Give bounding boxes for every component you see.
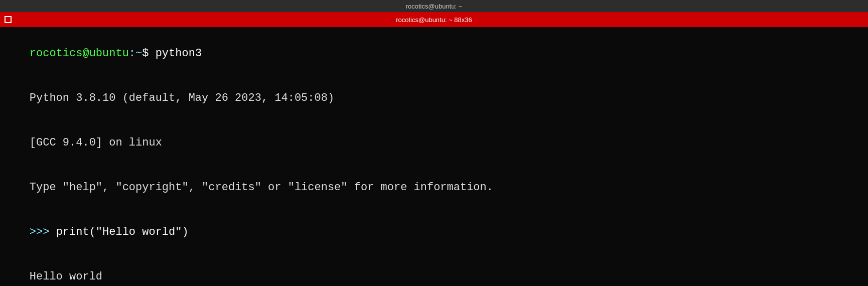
output-line-2: [GCC 9.4.0] on linux xyxy=(3,120,865,165)
output-line-1: Python 3.8.10 (default, May 26 2023, 14:… xyxy=(3,76,865,120)
prompt-user: rocotics@ubuntu xyxy=(30,47,129,60)
terminal-body[interactable]: rocotics@ubuntu:~$ python3 Python 3.8.10… xyxy=(0,27,868,286)
output-line-3: Type "help", "copyright", "credits" or "… xyxy=(3,165,865,210)
window-icon-inner xyxy=(5,16,12,23)
repl-output-1: Hello world xyxy=(3,254,865,286)
repl-line-1: >>> print("Hello world") xyxy=(3,210,865,254)
repl-prompt-1: >>> xyxy=(30,226,56,238)
top-title-text: rocotics@ubuntu: ~ xyxy=(406,3,463,10)
prompt-path: :~ xyxy=(129,47,142,60)
prompt-symbol: $ xyxy=(142,47,149,60)
repl-cmd-1: print("Hello world") xyxy=(56,226,189,238)
command-line: rocotics@ubuntu:~$ python3 xyxy=(3,31,865,76)
main-title-text: rocotics@ubuntu: ~ 88x36 xyxy=(396,16,472,24)
window-icon xyxy=(4,16,12,24)
command-text: python3 xyxy=(149,47,202,60)
title-bar-main: rocotics@ubuntu: ~ 88x36 xyxy=(0,12,868,27)
title-bar-top: rocotics@ubuntu: ~ xyxy=(0,0,868,12)
